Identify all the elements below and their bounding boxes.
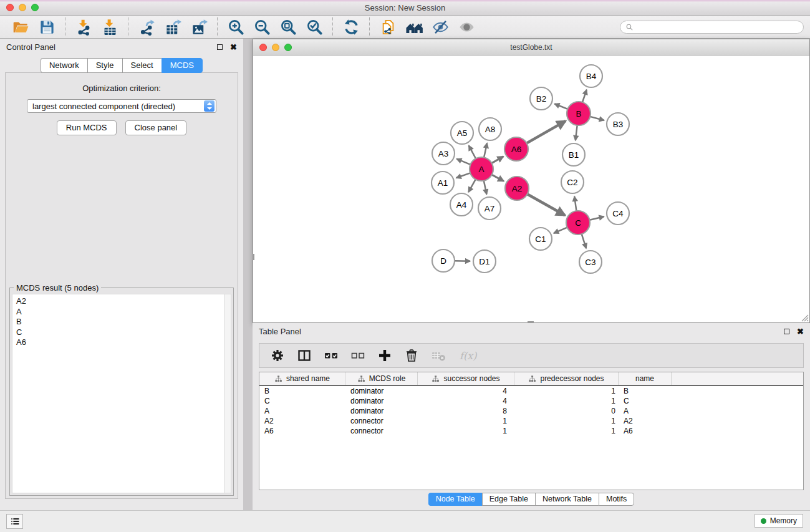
cell-shared-name[interactable]: C (259, 396, 345, 406)
memory-button[interactable]: Memory (755, 514, 803, 528)
table-float-panel-icon[interactable] (784, 329, 789, 334)
cell-predecessor-nodes[interactable]: 1 (514, 416, 619, 426)
cell-predecessor-nodes[interactable]: 1 (514, 386, 619, 396)
tab-motifs[interactable]: Motifs (599, 493, 634, 506)
graph-node-B[interactable]: B (567, 102, 591, 125)
graph-node-C2[interactable]: C2 (561, 171, 584, 193)
zoom-selected-icon[interactable] (305, 17, 324, 36)
column-header-successor-nodes[interactable]: successor nodes (418, 372, 514, 385)
float-panel-icon[interactable] (217, 44, 223, 50)
graph-edge-B-B4[interactable] (582, 90, 587, 102)
save-icon[interactable] (37, 17, 56, 36)
export-table-icon[interactable] (163, 17, 182, 36)
cell-predecessor-nodes[interactable]: 1 (514, 426, 619, 436)
tab-network[interactable]: Network (41, 58, 87, 73)
mcds-result-item[interactable]: B (16, 317, 231, 327)
tab-node-table[interactable]: Node Table (428, 493, 482, 506)
graph-edge-A-A6[interactable] (492, 157, 504, 163)
cell-name[interactable]: C (619, 396, 672, 406)
optimization-criterion-select[interactable]: largest connected component (directed) (27, 99, 216, 113)
graph-node-D[interactable]: D (432, 249, 455, 272)
trash-icon[interactable] (403, 347, 420, 364)
cell-shared-name[interactable]: B (259, 386, 345, 396)
mcds-result-list[interactable]: A2ABCA6 (12, 294, 231, 493)
search-input[interactable] (637, 23, 798, 32)
graph-node-C3[interactable]: C3 (579, 251, 602, 273)
table-close-panel-icon[interactable]: ✖ (797, 327, 804, 336)
cell-shared-name[interactable]: A (259, 406, 345, 416)
cell-MCDS-role[interactable]: dominator (345, 396, 418, 406)
cell-MCDS-role[interactable]: dominator (345, 406, 418, 416)
eye-slash-icon[interactable] (431, 17, 450, 36)
graph-edge-A-A7[interactable] (484, 181, 487, 195)
cell-successor-nodes[interactable]: 1 (418, 416, 514, 426)
graph-node-A[interactable]: A (470, 157, 493, 181)
tab-mcds[interactable]: MCDS (162, 58, 203, 73)
cell-shared-name[interactable]: A2 (259, 416, 345, 426)
cell-successor-nodes[interactable]: 4 (418, 386, 514, 396)
cell-successor-nodes[interactable]: 1 (418, 426, 514, 436)
search-box[interactable] (620, 21, 804, 34)
run-mcds-button[interactable]: Run MCDS (57, 120, 117, 135)
graph-node-A3[interactable]: A3 (432, 142, 455, 165)
column-header-MCDS-role[interactable]: MCDS role (345, 372, 418, 385)
table-row[interactable]: Bdominator41B (259, 386, 803, 396)
graph-node-B3[interactable]: B3 (607, 113, 629, 135)
graph-edge-B-B3[interactable] (590, 117, 604, 120)
graph-edge-A2-C[interactable] (528, 194, 566, 215)
tab-edge-table[interactable]: Edge Table (482, 493, 535, 506)
zoom-window-button[interactable] (31, 4, 39, 11)
graph-edge-C-C2[interactable] (574, 196, 576, 211)
cell-MCDS-role[interactable]: connector (345, 416, 418, 426)
houses-icon[interactable] (405, 17, 423, 36)
graph-node-A8[interactable]: A8 (479, 118, 501, 140)
table-row[interactable]: Adominator80A (259, 406, 803, 416)
graph-edge-A6-B[interactable] (527, 121, 566, 143)
plus-icon[interactable] (377, 347, 393, 364)
close-window-button[interactable] (6, 4, 14, 11)
network-canvas[interactable]: AA1A2A3A4A5A6A7A8BB1B2B3B4CC1C2C3C4DD1 (253, 56, 809, 322)
graph-edge-A-A5[interactable] (469, 145, 476, 158)
graph-edge-A-A2[interactable] (492, 175, 504, 181)
export-image-icon[interactable] (190, 17, 208, 36)
graph-node-A7[interactable]: A7 (478, 197, 501, 220)
graph-edge-A-A4[interactable] (468, 180, 475, 192)
graph-node-C1[interactable]: C1 (529, 228, 552, 250)
gear-icon[interactable] (269, 347, 286, 364)
result-list-scrollbar[interactable] (224, 294, 231, 493)
graph-edge-B-B1[interactable] (576, 125, 577, 140)
graph-node-A2[interactable]: A2 (505, 177, 529, 200)
tab-style[interactable]: Style (87, 58, 122, 73)
minimize-window-button[interactable] (19, 4, 26, 11)
cell-successor-nodes[interactable]: 4 (418, 396, 514, 406)
table-row[interactable]: Cdominator41C (259, 396, 803, 406)
task-history-button[interactable] (6, 514, 23, 529)
refresh-icon[interactable] (342, 17, 360, 36)
zoom-fit-icon[interactable] (279, 17, 297, 36)
import-network-icon[interactable] (74, 17, 93, 36)
column-header-shared-name[interactable]: shared name (259, 372, 345, 385)
table-row[interactable]: A6connector11A6 (259, 426, 803, 436)
graph-edge-C-C1[interactable] (554, 228, 567, 233)
tab-network-table[interactable]: Network Table (535, 493, 599, 506)
open-folder-icon[interactable] (11, 17, 30, 36)
tab-select[interactable]: Select (122, 58, 162, 73)
zoom-out-icon[interactable] (253, 17, 271, 36)
graph-node-A5[interactable]: A5 (451, 122, 473, 144)
network-window-titlebar[interactable]: testGlobe.txt (253, 39, 809, 56)
resize-grip-icon[interactable] (800, 313, 809, 322)
network-graph[interactable]: AA1A2A3A4A5A6A7A8BB1B2B3B4CC1C2C3C4DD1 (253, 56, 808, 322)
graph-edge-C-C3[interactable] (582, 234, 586, 248)
checkboxes-checked-icon[interactable] (323, 347, 339, 364)
table-row[interactable]: A2connector11A2 (259, 416, 803, 426)
eye-icon[interactable] (457, 17, 476, 36)
graph-node-D1[interactable]: D1 (473, 250, 496, 273)
graph-edge-A-A3[interactable] (456, 159, 470, 165)
cell-MCDS-role[interactable]: connector (345, 426, 418, 436)
columns-icon[interactable] (296, 347, 312, 364)
graph-node-A4[interactable]: A4 (450, 193, 473, 216)
graph-edge-B-B2[interactable] (554, 104, 567, 109)
cell-name[interactable]: A (619, 406, 672, 416)
close-panel-icon[interactable]: ✖ (230, 43, 237, 51)
cell-successor-nodes[interactable]: 8 (418, 406, 514, 416)
